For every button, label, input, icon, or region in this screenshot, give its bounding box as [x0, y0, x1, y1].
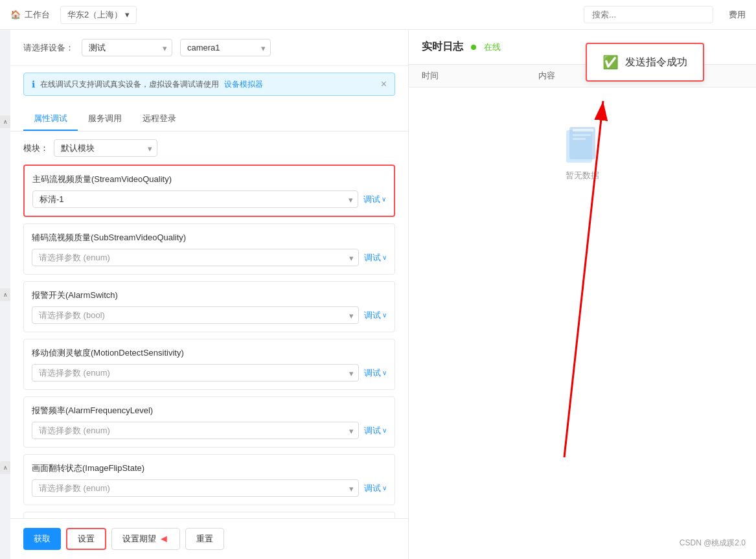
property-list: 主码流视频质量(StreamVideoQuality) 标清-1 调试 ∨ 辅码…	[10, 165, 408, 518]
info-banner: ℹ 在线调试只支持调试真实设备，虚拟设备调试请使用 设备模拟器 ×	[23, 73, 395, 96]
property-select-wrapper-1: 标清-1	[32, 190, 358, 208]
property-select-4[interactable]: 请选择参数 (enum)	[32, 364, 359, 382]
property-select-wrapper-3: 请选择参数 (bool)	[32, 306, 359, 324]
chevron-icon-3: ∨	[382, 312, 387, 319]
action-bar: 获取 设置 设置期望 ◄ 重置	[10, 518, 408, 559]
property-select-6[interactable]: 请选择参数 (enum)	[32, 479, 359, 497]
set-expected-label: 设置期望	[122, 533, 156, 545]
debug-btn-4[interactable]: 调试 ∨	[364, 367, 387, 379]
home-nav[interactable]: 🏠 工作台	[10, 9, 50, 21]
tab-remote[interactable]: 远程登录	[132, 108, 187, 131]
tabs: 属性调试 服务调用 远程登录	[10, 108, 408, 131]
property-controls-6: 请选择参数 (enum) 调试 ∨	[32, 479, 387, 497]
device2-select[interactable]: camera1	[180, 39, 271, 56]
property-select-3[interactable]: 请选择参数 (bool)	[32, 306, 359, 324]
property-select-1[interactable]: 标清-1	[32, 190, 358, 208]
property-select-2[interactable]: 请选择参数 (enum)	[32, 249, 359, 266]
property-item-5: 报警频率(AlarmFrequencyLevel) 请选择参数 (enum) 调…	[23, 396, 395, 448]
online-dot	[471, 45, 476, 50]
svg-rect-4	[573, 138, 586, 140]
empty-illustration	[563, 124, 602, 165]
home-icon: 🏠	[10, 10, 21, 19]
chevron-icon-2: ∨	[382, 254, 387, 261]
online-label: 在线	[484, 41, 501, 53]
property-controls-4: 请选择参数 (enum) 调试 ∨	[32, 364, 387, 382]
property-select-wrapper-6: 请选择参数 (enum)	[32, 479, 359, 497]
main-layout: ∧ ∧ ∧ 请选择设备： 测试 camera1 ℹ 在线调试只支持调试真实设备，…	[0, 30, 756, 559]
region-selector[interactable]: 华东2（上海） ▾	[60, 6, 137, 24]
info-link[interactable]: 设备模拟器	[224, 79, 263, 90]
fee-link[interactable]: 费用	[729, 9, 746, 21]
debug-btn-3[interactable]: 调试 ∨	[364, 310, 387, 321]
property-item-6: 画面翻转状态(ImageFlipState) 请选择参数 (enum) 调试 ∨	[23, 454, 395, 505]
module-wrapper: 默认模块	[54, 139, 157, 157]
property-name-3: 报警开关(AlarmSwitch)	[32, 290, 387, 301]
module-label: 模块：	[23, 143, 49, 154]
property-item-4: 移动侦测灵敏度(MotionDetectSensitivity) 请选择参数 (…	[23, 339, 395, 390]
tab-property[interactable]: 属性调试	[23, 108, 78, 131]
property-name-2: 辅码流视频质量(SubStreamVideoQuality)	[32, 232, 387, 244]
debug-btn-1[interactable]: 调试 ∨	[363, 194, 386, 205]
chevron-icon-6: ∨	[382, 485, 387, 492]
svg-rect-2	[573, 129, 593, 131]
property-item-1: 主码流视频质量(StreamVideoQuality) 标清-1 调试 ∨	[23, 165, 395, 217]
time-col-header: 时间	[422, 70, 538, 82]
chevron-icon-4: ∨	[382, 369, 387, 376]
property-controls-5: 请选择参数 (enum) 调试 ∨	[32, 422, 387, 439]
property-controls-2: 请选择参数 (enum) 调试 ∨	[32, 249, 387, 266]
device2-wrapper: camera1	[180, 39, 271, 56]
csdn-watermark: CSDN @桃成蹊2.0	[680, 538, 746, 549]
property-name-6: 画面翻转状态(ImageFlipState)	[32, 462, 387, 474]
debug-btn-5[interactable]: 调试 ∨	[364, 425, 387, 437]
collapse-btn-3[interactable]: ∧	[0, 461, 10, 474]
right-panel: ✅ 发送指令成功 实时日志 在线 时间 内容	[409, 30, 756, 559]
toast-message: 发送指令成功	[625, 56, 687, 69]
set-button[interactable]: 设置	[66, 528, 106, 550]
region-label: 华东2（上海）	[67, 9, 122, 21]
property-item-2: 辅码流视频质量(SubStreamVideoQuality) 请选择参数 (en…	[23, 223, 395, 275]
svg-rect-3	[573, 134, 591, 136]
chevron-icon-1: ∨	[382, 196, 386, 203]
home-label: 工作台	[25, 9, 50, 21]
left-panel: 请选择设备： 测试 camera1 ℹ 在线调试只支持调试真实设备，虚拟设备调试…	[10, 30, 409, 559]
reset-button[interactable]: 重置	[185, 528, 224, 550]
right-title: 实时日志	[422, 40, 463, 54]
success-toast: ✅ 发送指令成功	[586, 43, 704, 82]
info-text: 在线调试只支持调试真实设备，虚拟设备调试请使用	[40, 79, 219, 90]
empty-text: 暂无数据	[566, 170, 599, 181]
device1-select[interactable]: 测试	[82, 39, 172, 56]
collapse-btn-2[interactable]: ∧	[0, 288, 10, 301]
property-name-4: 移动侦测灵敏度(MotionDetectSensitivity)	[32, 347, 387, 359]
device-row: 请选择设备： 测试 camera1	[10, 30, 408, 66]
close-icon[interactable]: ×	[381, 78, 387, 90]
property-controls-3: 请选择参数 (bool) 调试 ∨	[32, 306, 387, 324]
top-nav: 🏠 工作台 华东2（上海） ▾ 费用	[0, 0, 756, 30]
collapse-side: ∧ ∧ ∧	[0, 30, 10, 559]
property-item-7: 测试111(test111) 请选择参数 (enum) 调试 ∨	[23, 512, 395, 518]
search-input[interactable]	[584, 6, 713, 23]
debug-btn-6[interactable]: 调试 ∨	[364, 483, 387, 494]
property-item-3: 报警开关(AlarmSwitch) 请选择参数 (bool) 调试 ∨	[23, 281, 395, 332]
arrow-annotation-icon: ◄	[159, 533, 169, 545]
device1-wrapper: 测试	[82, 39, 172, 56]
collapse-btn-1[interactable]: ∧	[0, 115, 10, 128]
property-controls-1: 标清-1 调试 ∨	[32, 190, 386, 208]
set-expected-button[interactable]: 设置期望 ◄	[111, 528, 180, 550]
tab-service[interactable]: 服务调用	[78, 108, 132, 131]
property-select-wrapper-4: 请选择参数 (enum)	[32, 364, 359, 382]
property-select-5[interactable]: 请选择参数 (enum)	[32, 422, 359, 439]
property-name-1: 主码流视频质量(StreamVideoQuality)	[32, 174, 386, 185]
module-select[interactable]: 默认模块	[54, 139, 157, 157]
info-icon: ℹ	[32, 79, 35, 89]
debug-btn-2[interactable]: 调试 ∨	[364, 252, 387, 264]
get-button[interactable]: 获取	[23, 528, 61, 550]
chevron-icon-5: ∨	[382, 427, 387, 434]
property-name-5: 报警频率(AlarmFrequencyLevel)	[32, 405, 387, 416]
property-select-wrapper-5: 请选择参数 (enum)	[32, 422, 359, 439]
log-empty: 暂无数据	[409, 87, 756, 217]
device-label: 请选择设备：	[23, 42, 74, 54]
chevron-down-icon: ▾	[125, 10, 130, 19]
success-icon: ✅	[602, 54, 619, 70]
property-select-wrapper-2: 请选择参数 (enum)	[32, 249, 359, 266]
module-row: 模块： 默认模块	[10, 131, 408, 165]
